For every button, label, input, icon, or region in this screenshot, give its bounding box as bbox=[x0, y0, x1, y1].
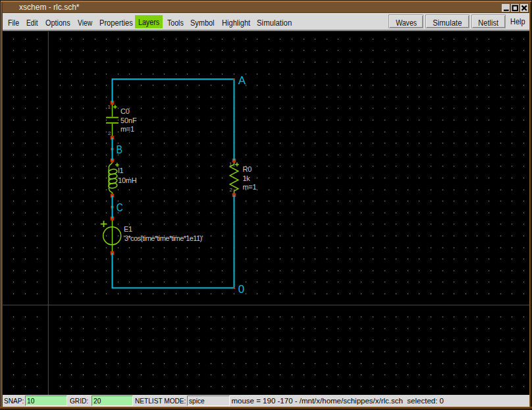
svg-text:1: 1 bbox=[108, 104, 111, 110]
svg-text:m=1: m=1 bbox=[243, 183, 257, 191]
svg-text:0: 0 bbox=[238, 283, 244, 295]
svg-text:2: 2 bbox=[230, 187, 233, 193]
svg-text:50nF: 50nF bbox=[120, 116, 137, 124]
svg-text:C0: C0 bbox=[120, 107, 130, 115]
svg-text:'3*cos(time*time*time*1e11)': '3*cos(time*time*time*1e11)' bbox=[123, 234, 203, 242]
svg-text:R0: R0 bbox=[243, 165, 252, 173]
svg-text:A: A bbox=[238, 74, 246, 87]
svg-text:E1: E1 bbox=[124, 225, 132, 233]
svg-text:C: C bbox=[117, 201, 123, 214]
svg-text:m=1: m=1 bbox=[120, 125, 134, 133]
svg-text:B: B bbox=[117, 143, 122, 156]
svg-text:2: 2 bbox=[108, 130, 111, 136]
svg-text:1: 1 bbox=[229, 161, 232, 167]
svg-text:10mH: 10mH bbox=[118, 176, 136, 184]
svg-text:l1: l1 bbox=[118, 167, 123, 174]
svg-text:1k: 1k bbox=[243, 174, 251, 182]
